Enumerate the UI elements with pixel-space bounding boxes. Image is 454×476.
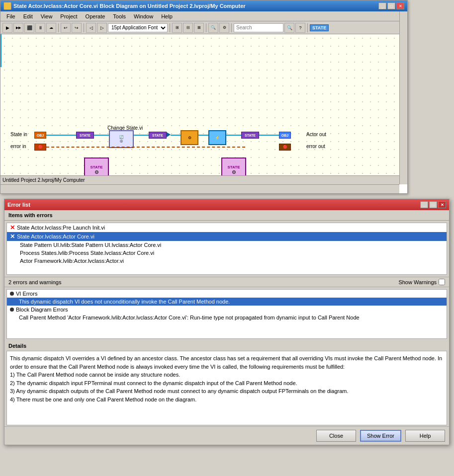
font-select[interactable]: 15pt Application Font bbox=[108, 23, 168, 32]
vi-errors-label: VI Errors bbox=[16, 291, 37, 297]
run-button[interactable]: ▶ bbox=[2, 23, 12, 33]
error-item-2[interactable]: ✕ State Actor.lvclass:Actor Core.vi bbox=[7, 232, 447, 241]
step-button[interactable]: ☁ bbox=[46, 23, 56, 33]
close-button[interactable]: Close bbox=[316, 430, 356, 442]
error-item-4-text: Process States.lvlib:Process State.lvcla… bbox=[20, 250, 154, 256]
abort-button[interactable]: ⬛ bbox=[24, 23, 34, 33]
error-items-list[interactable]: ✕ State Actor.lvclass:Pre Launch Init.vi… bbox=[6, 223, 447, 275]
invoke-icon: ⚡ bbox=[215, 136, 220, 140]
error-item-5-text: Actor Framework.lvlib:Actor.lvclass:Acto… bbox=[20, 258, 124, 264]
subvi-icon: 🔄 bbox=[119, 135, 124, 139]
back-button[interactable]: ◁ bbox=[86, 23, 96, 33]
state-box-2-icon: ⚙ bbox=[232, 169, 236, 175]
state-terminal-2: STATE bbox=[149, 132, 167, 139]
menu-edit[interactable]: Edit bbox=[19, 12, 37, 20]
details-text-area[interactable]: This dynamic dispatch VI overrides a VI … bbox=[6, 351, 447, 425]
help-button[interactable]: ? bbox=[295, 23, 305, 33]
change-state-subvi[interactable]: 🔄 ◎ bbox=[109, 130, 134, 148]
pause-button[interactable]: ⏸ bbox=[35, 23, 45, 33]
separator-1 bbox=[58, 23, 59, 32]
subvi-label: ◎ bbox=[120, 139, 123, 143]
diagram-area[interactable]: State in error in Actor out error out Ch… bbox=[0, 34, 407, 179]
block-diagram-errors-group: Block Diagram Errors bbox=[7, 306, 447, 314]
vertical-scrollbar[interactable] bbox=[399, 11, 407, 184]
details-header: Details bbox=[4, 341, 449, 350]
show-warnings-area[interactable]: Show Warnings bbox=[398, 279, 445, 285]
minimize-button[interactable]: _ bbox=[378, 2, 386, 9]
items-with-errors-header: Items with errors bbox=[4, 210, 449, 221]
error-item-1-text: State Actor.lvclass:Pre Launch Init.vi bbox=[17, 225, 105, 231]
redo-button[interactable]: ↪ bbox=[72, 23, 82, 33]
separator-6 bbox=[307, 23, 308, 32]
vi-errors-group: VI Errors bbox=[7, 290, 447, 298]
wire-5 bbox=[226, 135, 241, 136]
error-out-label: error out bbox=[306, 144, 325, 149]
error-close-button[interactable]: ✕ bbox=[438, 201, 446, 208]
block-error-item-1-text: Call Parent Method 'Actor Framework.lvli… bbox=[19, 315, 360, 320]
menu-bar: File Edit View Project Operate Tools Win… bbox=[0, 11, 407, 21]
v-wire-1 bbox=[0, 34, 1, 51]
run-cont-button[interactable]: ▶▶ bbox=[13, 23, 23, 33]
error-count-text: 2 errors and warnings bbox=[8, 279, 61, 285]
state-in-terminal: OBJ bbox=[34, 132, 46, 139]
wire-state-1 bbox=[46, 135, 76, 136]
menu-project[interactable]: Project bbox=[56, 12, 81, 20]
separator-3 bbox=[170, 23, 170, 32]
titlebar-left: State Actor.lvclass:Actor Core.vi Block … bbox=[3, 2, 246, 10]
menu-window[interactable]: Window bbox=[130, 12, 157, 20]
error-window-controls[interactable]: _ □ ✕ bbox=[420, 201, 446, 208]
state-box-1-label: STATE bbox=[89, 165, 103, 169]
errors-detail-list[interactable]: VI Errors This dynamic dispatch VI does … bbox=[6, 289, 447, 339]
state-out-terminal: OBJ bbox=[279, 132, 291, 139]
error-wire bbox=[46, 147, 245, 148]
error-minimize-button[interactable]: _ bbox=[420, 201, 428, 208]
search-input[interactable] bbox=[234, 23, 283, 32]
search-button[interactable]: 🔍 bbox=[284, 23, 294, 33]
details-label: Details bbox=[8, 343, 26, 349]
vi-error-item-1[interactable]: This dynamic dispatch VI does not uncond… bbox=[7, 298, 447, 306]
v-wire-2 bbox=[0, 51, 1, 67]
resize-button[interactable]: ⊠ bbox=[194, 23, 204, 33]
show-error-button[interactable]: Show Error bbox=[360, 430, 401, 442]
error-item-3[interactable]: State Pattern UI.lvlib:State Pattern UI.… bbox=[17, 241, 447, 249]
horizontal-scrollbar[interactable] bbox=[0, 184, 399, 193]
status-text: Untitled Project 2.lvproj/My Computer bbox=[2, 177, 85, 183]
state-box-1-icon: ⚙ bbox=[94, 169, 99, 175]
menu-help[interactable]: Help bbox=[157, 12, 177, 20]
menu-tools[interactable]: Tools bbox=[109, 12, 130, 20]
block-error-item-1[interactable]: Call Parent Method 'Actor Framework.lvli… bbox=[7, 314, 447, 321]
align-button[interactable]: ⊞ bbox=[172, 23, 182, 33]
distribute-button[interactable]: ⊟ bbox=[183, 23, 193, 33]
error-item-4[interactable]: Process States.lvlib:Process State.lvcla… bbox=[17, 249, 447, 257]
window-controls[interactable]: _ □ ✕ bbox=[378, 2, 404, 9]
error-item-5[interactable]: Actor Framework.lvlib:Actor.lvclass:Acto… bbox=[17, 257, 447, 265]
close-button[interactable]: ✕ bbox=[396, 2, 404, 9]
forward-button[interactable]: ▷ bbox=[97, 23, 107, 33]
error-item-3-text: State Pattern UI.lvlib:State Pattern UI.… bbox=[20, 242, 161, 248]
help-btn2[interactable]: 🔍 bbox=[208, 23, 218, 33]
enum-node[interactable]: ⚙ bbox=[181, 130, 198, 145]
maximize-button[interactable]: □ bbox=[387, 2, 395, 9]
show-warnings-checkbox[interactable] bbox=[439, 279, 445, 285]
menu-operate[interactable]: Operate bbox=[82, 12, 109, 20]
wire-after-change bbox=[134, 135, 149, 136]
menu-file[interactable]: File bbox=[2, 12, 19, 20]
error-in-terminal: 🔴 bbox=[34, 144, 46, 151]
separator-5 bbox=[231, 23, 232, 32]
debug-button[interactable]: ⚙ bbox=[219, 23, 229, 33]
block-diagram-window: State Actor.lvclass:Actor Core.vi Block … bbox=[0, 0, 408, 194]
invoke-node[interactable]: ⚡ bbox=[208, 130, 226, 145]
state-terminal-3: STATE bbox=[241, 132, 259, 139]
block-diagram-title: State Actor.lvclass:Actor Core.vi Block … bbox=[13, 3, 246, 9]
undo-button[interactable]: ↩ bbox=[61, 23, 71, 33]
state-badge: STATE bbox=[310, 24, 329, 31]
menu-view[interactable]: View bbox=[37, 12, 57, 20]
vi-errors-bullet bbox=[10, 292, 14, 296]
help-button[interactable]: Help bbox=[405, 430, 445, 442]
block-errors-label: Block Diagram Errors bbox=[16, 307, 68, 313]
error-item-1[interactable]: ✕ State Actor.lvclass:Pre Launch Init.vi bbox=[7, 223, 447, 232]
error-maximize-button[interactable]: □ bbox=[429, 201, 437, 208]
error-list-title: Error list bbox=[7, 202, 30, 208]
error-out-terminal: 🔴 bbox=[279, 144, 291, 151]
state-box-2-label: STATE bbox=[226, 165, 241, 169]
